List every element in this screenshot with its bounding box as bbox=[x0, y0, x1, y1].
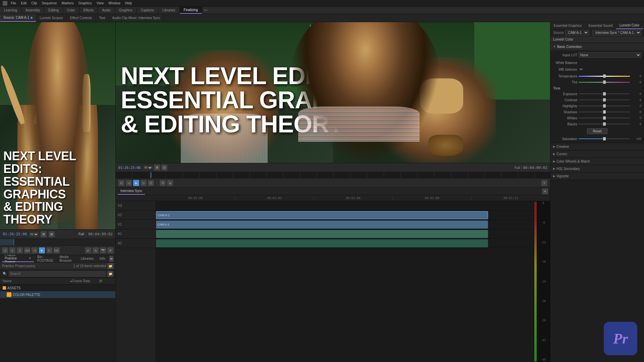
proj-panel-more[interactable]: ≫ bbox=[109, 256, 113, 262]
center-safe-zones-btn[interactable]: ⊡ bbox=[161, 165, 167, 171]
menu-graphics[interactable]: Graphics bbox=[78, 1, 92, 5]
tab-graphics[interactable]: Graphics bbox=[115, 7, 137, 14]
saturation-slider[interactable] bbox=[579, 138, 630, 139]
step-fwd-tl-btn[interactable]: ▷ bbox=[141, 180, 147, 186]
tl-settings[interactable]: ≡ bbox=[542, 188, 548, 194]
center-playback-strip[interactable] bbox=[116, 172, 550, 178]
eyedropper-btn[interactable]: ✏ bbox=[579, 67, 584, 72]
play-btn[interactable]: ▶ bbox=[39, 247, 45, 253]
basic-correction-header[interactable]: ▼ Basic Correction bbox=[550, 43, 644, 50]
workspace-tabs-more[interactable]: >> bbox=[204, 8, 208, 12]
hsl-secondary-section[interactable]: ▶ HSL Secondary bbox=[550, 165, 644, 173]
search-icon-btn[interactable]: 🔍 bbox=[2, 271, 7, 277]
highlights-slider[interactable] bbox=[579, 106, 630, 106]
split-view-btn[interactable]: ⊞ bbox=[49, 231, 55, 237]
tab-assembly[interactable]: Assembly bbox=[21, 7, 44, 14]
clip-a2[interactable] bbox=[156, 239, 488, 247]
tab-editing[interactable]: Editing bbox=[44, 7, 63, 14]
proj-tab-project[interactable]: Project: Practice Project ▼ bbox=[2, 255, 34, 262]
prev-edit-btn[interactable]: ⟨⟨ bbox=[118, 180, 124, 186]
contrast-thumb[interactable] bbox=[603, 98, 606, 102]
panel-tab-audio-clip-mixer[interactable]: Audio Clip Mixer: Interview Sync bbox=[109, 14, 164, 22]
reset-btn[interactable]: Reset bbox=[587, 128, 607, 134]
out-point-btn[interactable]: ⌋ bbox=[17, 247, 23, 253]
wrench-btn[interactable]: ⚙ bbox=[41, 231, 47, 237]
clip-v2[interactable]: CAM A-1 bbox=[156, 211, 488, 219]
rp-tab-lumetri-color[interactable]: Lumetri Color bbox=[616, 22, 643, 29]
step-back-tl-btn[interactable]: ◁ bbox=[126, 180, 132, 186]
tl-tab-interview[interactable]: Interview Sync bbox=[118, 188, 145, 195]
proj-tab-libraries[interactable]: Libraries bbox=[78, 255, 96, 262]
overwrite-btn[interactable]: ↘ bbox=[93, 247, 99, 253]
track-content[interactable]: CAM A-1 CAM A-1 bbox=[156, 201, 533, 362]
play-tl-btn[interactable]: ▶ bbox=[133, 180, 139, 186]
menu-view[interactable]: View bbox=[97, 1, 104, 5]
creative-section[interactable]: ▶ Creative bbox=[550, 143, 644, 150]
monitor-settings[interactable]: ≡ bbox=[352, 23, 356, 27]
exposure-thumb[interactable] bbox=[603, 92, 606, 96]
color-wheels-section[interactable]: ▶ Color Wheels & Match bbox=[550, 158, 644, 165]
prev-keyframe-btn[interactable]: ◁◁ bbox=[24, 247, 30, 253]
whites-thumb[interactable] bbox=[603, 116, 606, 120]
panel-tab-lumetri-scopes[interactable]: Lumetri Scopes bbox=[36, 14, 66, 22]
extract-btn[interactable]: ⊔ bbox=[167, 180, 173, 186]
highlights-thumb[interactable] bbox=[603, 104, 606, 108]
curves-section[interactable]: ▶ Curves bbox=[550, 150, 644, 158]
panel-tab-source[interactable]: Source: CAM A-1 bbox=[0, 14, 36, 22]
proj-tab-info[interactable]: Info bbox=[97, 255, 108, 262]
step-fwd-btn[interactable]: ▷ bbox=[46, 247, 52, 253]
temperature-slider[interactable] bbox=[579, 76, 630, 77]
tint-thumb[interactable] bbox=[603, 80, 606, 84]
list-item[interactable]: COLOR PALETTE bbox=[0, 291, 115, 298]
saturation-thumb[interactable] bbox=[603, 137, 606, 140]
add-track-btn[interactable]: + bbox=[541, 180, 547, 186]
settings-btn[interactable]: ≡ bbox=[107, 247, 113, 253]
tab-learning[interactable]: Learning bbox=[0, 7, 21, 14]
clip-v1[interactable]: CAM A-1 bbox=[156, 221, 488, 229]
fps-select[interactable]: Ft bbox=[29, 232, 39, 237]
lift-btn[interactable]: ⊓ bbox=[160, 180, 166, 186]
blacks-slider[interactable] bbox=[579, 124, 630, 124]
menu-markers[interactable]: Markers bbox=[62, 1, 74, 5]
tint-slider[interactable] bbox=[579, 82, 630, 83]
menu-edit[interactable]: Edit bbox=[21, 1, 26, 5]
in-point-btn[interactable]: ⌊ bbox=[9, 247, 15, 253]
tab-finalizing[interactable]: Finalizing bbox=[180, 7, 202, 14]
center-fps-select[interactable]: Ft bbox=[143, 166, 153, 170]
new-bin-btn[interactable]: 📁 bbox=[107, 271, 113, 277]
tab-effects[interactable]: Effects bbox=[79, 7, 98, 14]
menu-window[interactable]: Window bbox=[108, 1, 120, 5]
panel-tab-effect-controls[interactable]: Effect Controls bbox=[67, 14, 96, 22]
clip-select[interactable]: Interview Sync * CAM A-1 bbox=[592, 30, 641, 36]
menu-help[interactable]: Help bbox=[125, 1, 132, 5]
center-settings-btn[interactable]: ⚙ bbox=[154, 165, 160, 171]
export-frame-btn[interactable]: 📷 bbox=[100, 247, 106, 253]
panel-tab-text[interactable]: Text bbox=[96, 14, 109, 22]
project-search-input[interactable] bbox=[9, 271, 106, 277]
tab-libraries[interactable]: Libraries bbox=[158, 7, 179, 14]
next-edit-btn[interactable]: ⟩⟩ bbox=[148, 180, 154, 186]
playback-bar[interactable] bbox=[0, 239, 115, 245]
rp-tab-essential-graphics[interactable]: Essential Graphics bbox=[550, 22, 585, 29]
vignette-section[interactable]: ▶ Vignette bbox=[550, 173, 644, 180]
step-back-btn[interactable]: ◁ bbox=[32, 247, 38, 253]
folder-navigate-btn[interactable]: 📁 bbox=[107, 263, 113, 269]
tab-captions[interactable]: Captions bbox=[137, 7, 158, 14]
whites-slider[interactable] bbox=[579, 118, 630, 118]
add-marker-btn[interactable]: ◇ bbox=[2, 247, 8, 253]
menu-clip[interactable]: Clip bbox=[31, 1, 37, 5]
contrast-slider[interactable] bbox=[579, 100, 630, 100]
tab-color[interactable]: Color bbox=[63, 7, 79, 14]
blacks-thumb[interactable] bbox=[603, 122, 606, 126]
next-keyframe-btn[interactable]: ▷▷ bbox=[54, 247, 60, 253]
list-item[interactable]: ▸ ASSETS bbox=[0, 285, 115, 291]
insert-btn[interactable]: ↙ bbox=[85, 247, 91, 253]
tab-audio[interactable]: Audio bbox=[98, 7, 115, 14]
proj-tab-bin[interactable]: Bin: FOOTAGE bbox=[35, 255, 56, 262]
exposure-slider[interactable] bbox=[579, 94, 630, 94]
source-cam-select[interactable]: CAM A-1 bbox=[565, 30, 589, 36]
menu-file[interactable]: File bbox=[11, 1, 16, 5]
rp-tab-essential-sound[interactable]: Essential Sound bbox=[585, 22, 616, 29]
menu-sequence[interactable]: Sequence bbox=[42, 1, 57, 5]
proj-tab-media-browser[interactable]: Media Browser bbox=[57, 255, 77, 262]
